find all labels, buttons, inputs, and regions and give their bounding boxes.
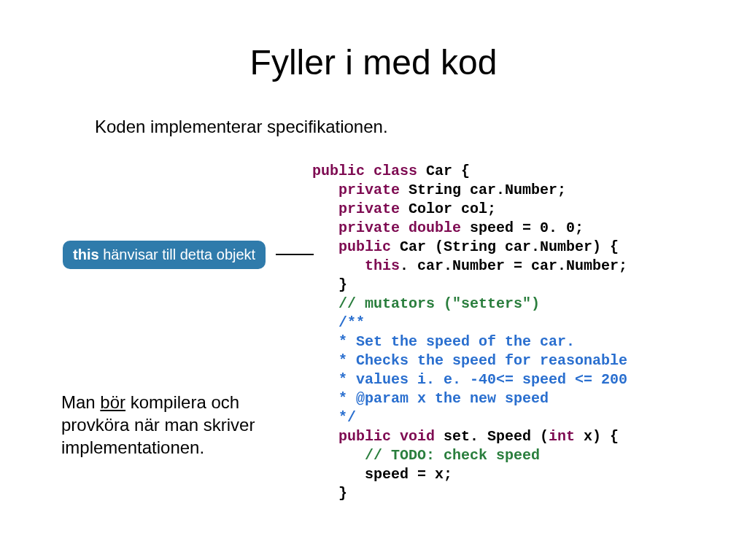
note-p1: Man (61, 392, 100, 412)
note-underlined: bör (100, 392, 125, 412)
slide-subtitle: Koden implementerar specifikationen. (95, 117, 388, 137)
callout-keyword: this (73, 246, 99, 262)
callout-this: this hänvisar till detta objekt (63, 241, 266, 269)
kw-public: public (312, 163, 365, 179)
code-block: public class Car { private String car.Nu… (312, 162, 627, 503)
callout-connector (276, 254, 314, 255)
slide-title: Fyller i med kod (0, 42, 747, 82)
side-note: Man bör kompilera och provköra när man s… (61, 391, 287, 459)
callout-text: hänvisar till detta objekt (103, 246, 255, 262)
